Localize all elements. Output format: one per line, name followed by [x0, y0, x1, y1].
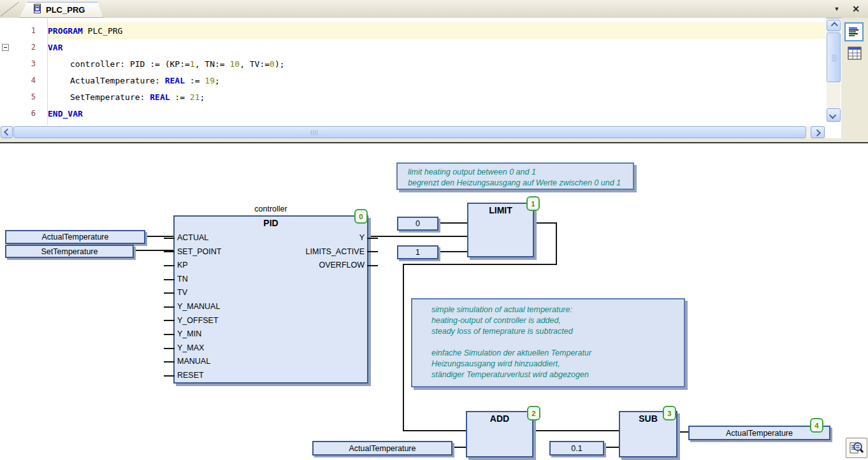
code-line: 4 ActualTemperature: REAL := 19; — [0, 72, 826, 89]
scroll-up-button[interactable] — [827, 20, 841, 31]
input-constant-zero[interactable]: 0 — [397, 217, 438, 231]
tab-bar: PLC_PRG ▼ ✕ — [0, 0, 868, 18]
pid-function-block[interactable]: PID ACTUAL SET_POINT KP TN TV Y_MANUAL Y… — [173, 215, 368, 384]
pin-output: LIMITS_ACTIVE — [177, 245, 365, 259]
input-actual-temperature[interactable]: ActualTemperature — [5, 230, 145, 244]
scrollbar-grip — [311, 130, 318, 135]
input-set-temperature[interactable]: SetTemperature — [5, 245, 134, 258]
scroll-left-button[interactable] — [1, 126, 13, 138]
exec-order-badge: 3 — [663, 406, 676, 420]
pin-input: RESET — [177, 369, 365, 383]
chevron-up-icon — [831, 22, 838, 29]
fold-collapse-toggle[interactable] — [2, 44, 9, 51]
pin-input: TN — [177, 273, 365, 287]
wire-limit-out — [556, 222, 557, 265]
input-actual-temperature-2[interactable]: ActualTemperature — [312, 441, 452, 456]
wire — [452, 447, 466, 448]
line-number: 5 — [0, 92, 42, 101]
output-actual-temperature[interactable]: ActualTemperature — [688, 426, 830, 440]
comment-box-limit[interactable]: limit heating output between 0 and 1 beg… — [396, 162, 634, 190]
wire-limit-out — [403, 430, 466, 431]
line-number: 1 — [0, 26, 42, 35]
tabular-view-icon — [848, 47, 862, 60]
wire-add-to-sub — [533, 430, 619, 431]
textual-view-button[interactable] — [844, 22, 864, 41]
line-number: 6 — [0, 109, 42, 118]
magnifier-over-page-icon — [849, 440, 864, 456]
chevron-down-icon — [829, 111, 836, 119]
horizontal-scrollbar-thumb[interactable] — [13, 126, 806, 138]
cfc-zoom-button[interactable] — [846, 438, 867, 458]
pin-input: TV — [177, 286, 365, 300]
exec-order-badge: 0 — [354, 209, 368, 224]
tab-list-dropdown-button[interactable]: ▼ — [831, 3, 843, 15]
code-line: 5 SetTemperature: REAL := 21; — [0, 89, 826, 105]
input-constant-one[interactable]: 1 — [397, 245, 438, 259]
vertical-scrollbar-thumb[interactable] — [827, 32, 841, 82]
code-line: 2 VAR — [0, 39, 826, 55]
tab-label: PLC_PRG — [46, 5, 85, 15]
wire-limit-out — [403, 264, 557, 265]
wire-pid-y-to-limit — [368, 236, 467, 237]
input-constant-point-one[interactable]: 0.1 — [549, 441, 604, 456]
scroll-right-button[interactable] — [811, 126, 825, 138]
add-function-block[interactable]: ADD — [466, 411, 533, 457]
pin-input: MANUAL — [177, 355, 365, 369]
pin-input: Y_MIN — [177, 327, 365, 341]
comment-box-simulation[interactable]: simple simulation of actual temperature:… — [411, 298, 685, 387]
codesys-window: PLC_PRG ▼ ✕ 1 PROGRAM PLC_PRG 2 VAR 3 co… — [0, 0, 868, 460]
line-number: 4 — [0, 76, 42, 85]
pou-document-icon — [33, 4, 41, 16]
line-number: 3 — [0, 59, 42, 68]
tabular-view-button[interactable] — [847, 46, 862, 61]
limit-function-block[interactable]: LIMIT — [467, 203, 534, 257]
pid-outputs: Y LIMITS_ACTIVE OVERFLOW — [177, 231, 365, 273]
scrollbar-grip — [832, 54, 837, 61]
pin-input: Y_OFFSET — [177, 314, 365, 328]
close-tab-button[interactable]: ✕ — [850, 3, 862, 15]
wire-limit-out — [403, 264, 404, 431]
exec-order-badge: 2 — [527, 406, 540, 420]
pin-output: OVERFLOW — [177, 259, 365, 273]
chevron-right-icon — [814, 129, 821, 136]
code-line: 6 END_VAR — [0, 105, 826, 122]
pin-output: Y — [177, 231, 365, 245]
exec-order-badge: 1 — [526, 196, 540, 211]
pid-block-title: PID — [175, 217, 367, 228]
exec-order-badge: 4 — [810, 418, 823, 433]
wire — [438, 251, 467, 252]
textual-view-icon — [848, 25, 860, 38]
declaration-editor[interactable]: 1 PROGRAM PLC_PRG 2 VAR 3 controller: PI… — [0, 18, 826, 125]
scroll-down-button[interactable] — [827, 108, 841, 122]
pid-instance-label: controller — [205, 205, 336, 213]
tab-plc-prg[interactable]: PLC_PRG — [19, 2, 103, 18]
code-line: 3 controller: PID := (KP:=1, TN:= 10, TV… — [0, 55, 826, 72]
wire — [604, 447, 619, 448]
wire — [145, 236, 174, 237]
tab-bar-diagonal — [1, 2, 19, 17]
pin-input: Y_MAX — [177, 341, 365, 356]
wire-sub-out — [677, 431, 688, 433]
wire-limit-out — [534, 222, 557, 224]
limit-block-title: LIMIT — [468, 204, 533, 215]
chevron-left-icon — [4, 128, 11, 135]
add-block-title: ADD — [467, 412, 532, 424]
pin-input: Y_MANUAL — [177, 300, 365, 314]
code-line: 1 PROGRAM PLC_PRG — [0, 22, 826, 39]
wire — [438, 222, 467, 224]
